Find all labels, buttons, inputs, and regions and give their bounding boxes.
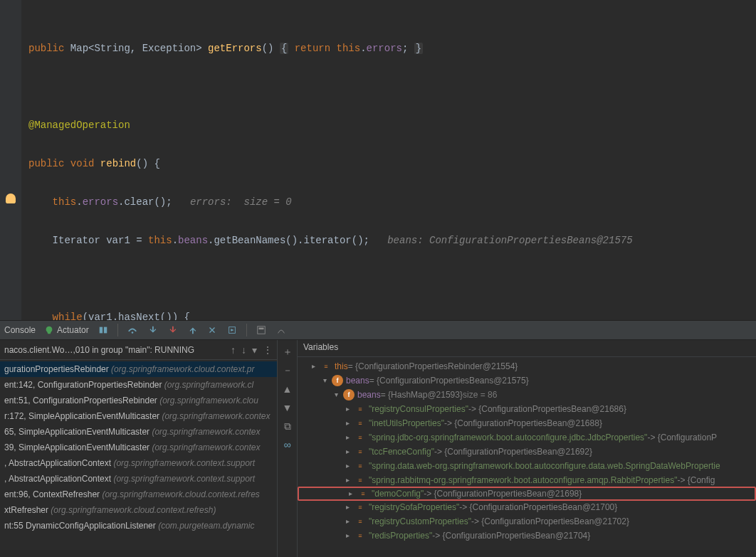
step-into-icon[interactable] — [147, 324, 158, 336]
svg-rect-0 — [99, 327, 102, 334]
debug-toolbar: Console Actuator — [0, 320, 756, 340]
frames-list[interactable]: gurationPropertiesRebinder (org.springfr… — [0, 360, 277, 535]
chevron-down-icon[interactable]: ▾ — [332, 388, 340, 402]
frame-row[interactable]: gurationPropertiesRebinder (org.springfr… — [0, 361, 277, 377]
entry-icon: ≡ — [355, 502, 366, 513]
chevron-right-icon[interactable]: ▸ — [343, 529, 352, 543]
chevron-right-icon[interactable]: ▸ — [343, 473, 352, 487]
step-over-icon[interactable] — [127, 324, 138, 336]
filter-icon[interactable]: ▾ — [252, 344, 257, 356]
run-to-cursor-icon[interactable] — [226, 324, 238, 336]
chevron-right-icon[interactable]: ▸ — [343, 430, 352, 445]
frame-row[interactable]: , AbstractApplicationContext (org.spring… — [0, 471, 277, 487]
map-entry[interactable]: ▸≡"spring.data.web-org.springframework.b… — [298, 459, 756, 473]
down-icon[interactable]: ▼ — [281, 401, 294, 414]
variables-panel[interactable]: Variables ▸ ≡ this = {ConfigurationPrope… — [298, 340, 756, 557]
chevron-right-icon[interactable]: ▸ — [343, 459, 352, 473]
code-area[interactable]: public Map<String, Exception> getErrors(… — [0, 0, 756, 320]
add-watch-icon[interactable]: ＋ — [281, 346, 294, 359]
variable-group-icon: ≡ — [320, 361, 332, 372]
entry-icon: ≡ — [355, 403, 366, 415]
frame-row[interactable]: 65, SimpleApplicationEventMulticaster (o… — [0, 424, 277, 440]
force-step-into-icon[interactable] — [167, 324, 178, 336]
frames-panel[interactable]: nacos.client.Wo…,010 in group "main": RU… — [0, 340, 278, 557]
entry-icon: ≡ — [355, 446, 366, 457]
entry-icon: ≡ — [355, 432, 366, 443]
entry-icon: ≡ — [355, 516, 366, 527]
chevron-right-icon[interactable]: ▸ — [346, 487, 355, 501]
chevron-down-icon[interactable]: ▾ — [320, 373, 329, 388]
chevron-right-icon[interactable]: ▸ — [309, 359, 317, 373]
entry-icon: ≡ — [355, 460, 366, 472]
map-entry[interactable]: ▸≡"spring.jdbc-org.springframework.boot.… — [298, 430, 756, 445]
frame-row[interactable]: nt:55 DynamicConfigApplicationListener (… — [0, 518, 277, 534]
field-icon: f — [343, 389, 355, 400]
prev-frame-icon[interactable]: ↑ — [231, 344, 236, 356]
chevron-right-icon[interactable]: ▸ — [343, 402, 352, 416]
next-frame-icon[interactable]: ↓ — [241, 344, 246, 356]
map-entry[interactable]: ▸≡"tccFenceConfig" -> {ConfigurationProp… — [298, 445, 756, 459]
variables-title: Variables — [298, 340, 756, 357]
chevron-right-icon[interactable]: ▸ — [343, 514, 352, 529]
var-beans-outer[interactable]: ▾ f beans = {ConfigurationPropertiesBean… — [298, 373, 756, 388]
step-out-icon[interactable] — [187, 324, 198, 336]
variables-tree[interactable]: ▸ ≡ this = {ConfigurationPropertiesRebin… — [298, 357, 756, 545]
frame-row[interactable]: r:172, SimpleApplicationEventMulticaster… — [0, 408, 277, 424]
more-icon[interactable]: ⋮ — [263, 344, 273, 356]
frame-row[interactable]: 39, SimpleApplicationEventMulticaster (o… — [0, 440, 277, 455]
tab-console[interactable]: Console — [4, 325, 36, 335]
frame-row[interactable]: ent:142, ConfigurationPropertiesRebinder… — [0, 377, 277, 393]
svg-point-2 — [131, 331, 133, 334]
chevron-right-icon[interactable]: ▸ — [343, 500, 352, 514]
frames-header: nacos.client.Wo…,010 in group "main": RU… — [0, 340, 277, 360]
debug-panel: nacos.client.Wo…,010 in group "main": RU… — [0, 340, 756, 557]
var-this[interactable]: ▸ ≡ this = {ConfigurationPropertiesRebin… — [298, 359, 756, 373]
actuator-icon — [44, 325, 54, 335]
remove-watch-icon[interactable]: － — [281, 364, 294, 377]
map-entry[interactable]: ▸≡"inetUtilsProperties" -> {Configuratio… — [298, 416, 756, 430]
up-icon[interactable]: ▲ — [281, 383, 294, 396]
layout-icon[interactable] — [98, 324, 109, 336]
drop-frame-icon[interactable] — [206, 324, 218, 336]
tab-actuator[interactable]: Actuator — [44, 325, 89, 335]
svg-rect-4 — [257, 327, 265, 334]
chevron-right-icon[interactable]: ▸ — [343, 445, 352, 459]
entry-icon: ≡ — [355, 418, 366, 429]
map-entry[interactable]: ▸≡"registrySofaProperties" -> {Configura… — [298, 500, 756, 514]
separator — [117, 324, 118, 336]
thread-label[interactable]: nacos.client.Wo…,010 in group "main": RU… — [4, 345, 225, 355]
frame-row[interactable]: ent:96, ContextRefresher (org.springfram… — [0, 487, 277, 502]
separator — [246, 324, 247, 336]
entry-icon: ≡ — [355, 474, 366, 486]
map-entry[interactable]: ▸≡"spring.rabbitmq-org.springframework.b… — [298, 473, 756, 487]
map-entry[interactable]: ▸≡"redisProperties" -> {ConfigurationPro… — [298, 529, 756, 543]
entry-icon: ≡ — [355, 530, 366, 541]
svg-rect-1 — [104, 327, 107, 334]
map-entry[interactable]: ▸≡"registryConsulProperties" -> {Configu… — [298, 402, 756, 416]
copy-icon[interactable]: ⧉ — [281, 420, 294, 433]
intention-bulb-icon[interactable] — [6, 193, 16, 203]
frame-row[interactable]: ent:51, ConfigurationPropertiesRebinder … — [0, 393, 277, 408]
glasses-icon[interactable]: ∞ — [281, 438, 294, 451]
entry-icon: ≡ — [357, 488, 369, 499]
map-entry[interactable]: ▸≡"registryCustomProperties" -> {Configu… — [298, 514, 756, 529]
code-editor[interactable]: public Map<String, Exception> getErrors(… — [0, 0, 756, 320]
svg-rect-5 — [258, 328, 263, 330]
editor-gutter — [0, 0, 21, 320]
trace-icon[interactable] — [275, 324, 287, 336]
map-entry[interactable]: ▸≡"demoConfig" -> {ConfigurationProperti… — [298, 487, 756, 501]
frame-row[interactable]: xtRefresher (org.springframework.cloud.c… — [0, 502, 277, 518]
field-icon: f — [332, 375, 343, 386]
evaluate-icon[interactable] — [256, 324, 267, 336]
var-beans-inner[interactable]: ▾ f beans = {HashMap@21593} size = 86 — [298, 388, 756, 402]
frame-row[interactable]: , AbstractApplicationContext (org.spring… — [0, 455, 277, 471]
side-actions: ＋ － ▲ ▼ ⧉ ∞ — [278, 340, 298, 557]
chevron-right-icon[interactable]: ▸ — [343, 416, 352, 430]
